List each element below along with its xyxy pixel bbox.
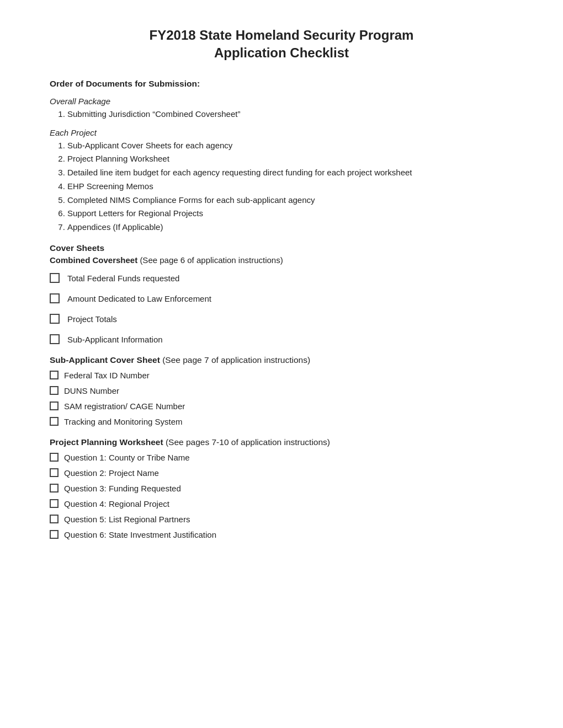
checkbox-question4: Question 4: Regional Project [50,498,513,510]
checkbox-icon[interactable] [50,402,59,410]
list-item: Support Letters for Regional Projects [67,207,513,220]
checkbox-label: Question 3: Funding Requested [64,483,181,494]
project-planning-heading: Project Planning Worksheet (See pages 7-… [50,437,513,447]
checkbox-question2: Question 2: Project Name [50,467,513,479]
each-project-list: Sub-Applicant Cover Sheets for each agen… [67,140,513,233]
checkbox-label: Question 4: Regional Project [64,498,169,510]
combined-coversheet-label: Combined Coversheet [50,255,137,265]
list-item: Project Planning Worksheet [67,153,513,165]
cover-sheets-heading: Cover Sheets [50,243,513,253]
overall-package-label: Overall Package [50,97,513,106]
checkbox-label: Project Totals [67,313,117,325]
list-item: Appendices (If Applicable) [67,221,513,233]
checkbox-total-federal-funds: Total Federal Funds requested [50,272,513,284]
checkbox-label: Federal Tax ID Number [64,370,150,381]
page-title: FY2018 State Homeland Security Program A… [50,26,513,62]
sub-applicant-heading: Sub-Applicant Cover Sheet (See page 7 of… [50,355,513,365]
checkbox-icon[interactable] [50,530,59,539]
order-section: Order of Documents for Submission: Overa… [50,79,513,233]
project-planning-label: Project Planning Worksheet [50,437,163,447]
checkbox-icon[interactable] [50,499,59,508]
title-line2: Application Checklist [214,45,349,60]
checkbox-label: Question 2: Project Name [64,467,159,479]
sub-applicant-section: Sub-Applicant Cover Sheet (See page 7 of… [50,355,513,427]
checkbox-sub-applicant-info: Sub-Applicant Information [50,334,513,345]
checkbox-label: Question 6: State Investment Justificati… [64,529,216,540]
checkbox-question5: Question 5: List Regional Partners [50,513,513,525]
checkbox-question1: Question 1: County or Tribe Name [50,452,513,463]
checkbox-label: Sub-Applicant Information [67,334,163,345]
checkbox-label: Total Federal Funds requested [67,272,179,284]
list-item: Completed NIMS Compliance Forms for each… [67,194,513,206]
each-project-label: Each Project [50,128,513,137]
checkbox-label: Question 5: List Regional Partners [64,513,190,525]
checkbox-icon[interactable] [50,371,59,379]
checkbox-icon[interactable] [50,386,59,395]
checkbox-sam-registration: SAM registration/ CAGE Number [50,400,513,412]
checkbox-icon[interactable] [50,314,60,324]
checkbox-icon[interactable] [50,273,60,283]
title-line1: FY2018 State Homeland Security Program [150,28,414,42]
list-item: EHP Screening Memos [67,180,513,192]
order-heading: Order of Documents for Submission: [50,79,513,89]
checkbox-label: Question 1: County or Tribe Name [64,452,190,463]
cover-sheets-section: Cover Sheets Combined Coversheet (See pa… [50,243,513,345]
checkbox-tracking-monitoring: Tracking and Monitoring System [50,416,513,427]
list-item: Submitting Jurisdiction “Combined Covers… [67,108,513,120]
project-planning-note: (See pages 7-10 of application instructi… [166,437,330,447]
checkbox-label: DUNS Number [64,385,119,397]
checkbox-label: SAM registration/ CAGE Number [64,400,185,412]
checkbox-icon[interactable] [50,484,59,493]
checkbox-federal-tax-id: Federal Tax ID Number [50,370,513,381]
list-item: Detailed line item budget for each agenc… [67,167,513,179]
checkbox-icon[interactable] [50,417,59,426]
checkbox-icon[interactable] [50,293,60,303]
overall-package-list: Submitting Jurisdiction “Combined Covers… [67,108,513,120]
project-planning-section: Project Planning Worksheet (See pages 7-… [50,437,513,540]
checkbox-duns-number: DUNS Number [50,385,513,397]
checkbox-question6: Question 6: State Investment Justificati… [50,529,513,540]
combined-coversheet-heading: Combined Coversheet (See page 6 of appli… [50,255,513,265]
sub-applicant-label: Sub-Applicant Cover Sheet [50,355,160,365]
checkbox-icon[interactable] [50,468,59,477]
list-item: Sub-Applicant Cover Sheets for each agen… [67,140,513,152]
combined-coversheet-note: (See page 6 of application instructions) [140,255,283,265]
checkbox-label: Tracking and Monitoring System [64,416,183,427]
checkbox-icon[interactable] [50,515,59,523]
checkbox-question3: Question 3: Funding Requested [50,483,513,494]
checkbox-icon[interactable] [50,453,59,462]
sub-applicant-note: (See page 7 of application instructions) [162,355,310,365]
checkbox-amount-law-enforcement: Amount Dedicated to Law Enforcement [50,293,513,304]
checkbox-label: Amount Dedicated to Law Enforcement [67,293,211,304]
checkbox-icon[interactable] [50,334,60,344]
checkbox-project-totals: Project Totals [50,313,513,325]
